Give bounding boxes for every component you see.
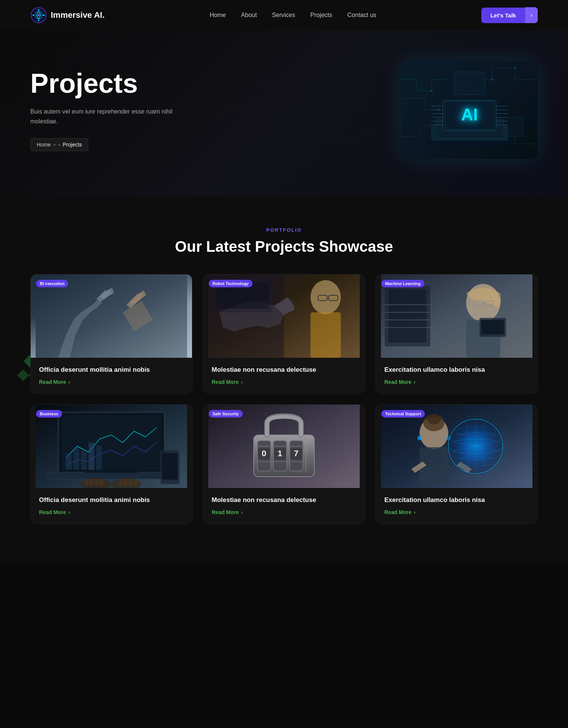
card-tag-4: Business bbox=[36, 410, 62, 418]
project-card-1: BI execution Officia deserunt mollitia a… bbox=[30, 274, 192, 394]
project-card-3: Machine Learning Exercitation ullamco la… bbox=[376, 274, 538, 394]
svg-rect-90 bbox=[134, 480, 137, 486]
read-more-arrow-6: › bbox=[414, 509, 416, 515]
nav-cta: Let's Talk › bbox=[481, 7, 538, 23]
svg-rect-74 bbox=[66, 454, 72, 470]
svg-rect-50 bbox=[311, 312, 341, 358]
svg-text:AI: AI bbox=[461, 105, 478, 124]
read-more-button-1[interactable]: Read More › bbox=[39, 379, 70, 385]
card-tag-1: BI execution bbox=[36, 280, 68, 287]
logo-icon bbox=[30, 7, 47, 23]
svg-point-117 bbox=[417, 436, 422, 440]
svg-rect-86 bbox=[100, 480, 103, 486]
hero-description: Buis autem vel eum iure reprehender esse… bbox=[30, 107, 174, 126]
read-more-arrow-2: › bbox=[241, 379, 243, 385]
portfolio-title: Our Latest Projects Showcase bbox=[30, 238, 538, 255]
nav-item-home[interactable]: Home bbox=[210, 12, 226, 19]
svg-point-6 bbox=[43, 14, 45, 16]
nav-item-services[interactable]: Services bbox=[272, 12, 295, 19]
hero-content: Projects Buis autem vel eum iure reprehe… bbox=[30, 69, 284, 151]
read-more-arrow-4: › bbox=[69, 509, 70, 515]
svg-point-3 bbox=[38, 9, 39, 11]
ai-chip-visual: AI bbox=[417, 72, 523, 148]
svg-rect-70 bbox=[481, 320, 504, 334]
lets-talk-arrow-button[interactable]: › bbox=[525, 7, 538, 23]
projects-grid: BI execution Officia deserunt mollitia a… bbox=[30, 274, 538, 524]
svg-text:0: 0 bbox=[262, 449, 266, 458]
card-title-5: Molestiae non recusana delectuse bbox=[212, 496, 356, 505]
svg-point-5 bbox=[33, 14, 34, 16]
card-image-5: 0 1 7 bbox=[203, 405, 365, 488]
read-more-button-6[interactable]: Read More › bbox=[384, 509, 415, 515]
breadcrumb-separator: » bbox=[53, 142, 56, 147]
svg-line-11 bbox=[4, 53, 19, 68]
svg-line-9 bbox=[8, 38, 30, 53]
breadcrumb-home[interactable]: Home bbox=[37, 142, 51, 148]
card-body-4: Officia deserunt mollitia animi nobis Re… bbox=[31, 488, 192, 524]
nav-links: Home About Services Projects Contact us bbox=[210, 12, 376, 19]
card-body-6: Exercitation ullamco laboris nisa Read M… bbox=[376, 488, 537, 524]
logo[interactable]: Immersive AI. bbox=[30, 7, 105, 23]
svg-point-2 bbox=[37, 14, 40, 16]
nav-item-about[interactable]: About bbox=[241, 12, 257, 19]
svg-point-116 bbox=[427, 414, 441, 424]
svg-rect-111 bbox=[307, 439, 308, 473]
read-more-button-2[interactable]: Read More › bbox=[212, 379, 243, 385]
card-tag-6: Technical Support bbox=[381, 410, 425, 418]
card-body-2: Molestiae non recusana delectuse Read Mo… bbox=[203, 358, 365, 393]
svg-rect-85 bbox=[95, 479, 98, 485]
card-tag-5: Safe Security bbox=[209, 410, 243, 418]
svg-point-16 bbox=[514, 67, 516, 69]
svg-rect-79 bbox=[47, 472, 176, 479]
read-more-arrow-3: › bbox=[414, 379, 416, 385]
svg-rect-87 bbox=[119, 480, 123, 486]
card-title-2: Molestiae non recusana delectuse bbox=[212, 365, 356, 374]
lets-talk-button[interactable]: Let's Talk bbox=[481, 8, 525, 23]
card-tag-2: Robot Technology bbox=[209, 280, 253, 287]
navbar: Immersive AI. Home About Services Projec… bbox=[0, 0, 568, 30]
project-card-6: Technical Support Exercitation ullamco l… bbox=[376, 404, 538, 524]
hero-image-box: AI bbox=[401, 61, 538, 159]
svg-rect-59 bbox=[389, 290, 426, 343]
card-body-3: Exercitation ullamco laboris nisa Read M… bbox=[376, 358, 537, 393]
portfolio-section: PORTFOLIO Our Latest Projects Showcase bbox=[0, 197, 568, 562]
svg-rect-77 bbox=[89, 443, 94, 470]
hero-section: Projects Buis autem vel eum iure reprehe… bbox=[0, 30, 568, 197]
card-title-4: Officia deserunt mollitia animi nobis bbox=[39, 496, 184, 505]
project-card-2: Robot Technology Molestiae non recusana … bbox=[203, 274, 365, 394]
read-more-button-5[interactable]: Read More › bbox=[212, 509, 243, 515]
svg-text:1: 1 bbox=[278, 449, 282, 458]
card-image-3: Machine Learning bbox=[376, 274, 537, 358]
hero-title: Projects bbox=[30, 69, 284, 98]
svg-rect-110 bbox=[305, 439, 306, 473]
read-more-button-4[interactable]: Read More › bbox=[39, 509, 70, 515]
card-body-5: Molestiae non recusana delectuse Read Mo… bbox=[203, 488, 365, 524]
card-image-1: BI execution bbox=[31, 274, 192, 358]
card-image-4: Business bbox=[31, 405, 192, 488]
breadcrumb-current: Projects bbox=[63, 142, 82, 148]
card-tag-3: Machine Learning bbox=[381, 280, 424, 287]
breadcrumb: Home » » Projects bbox=[30, 138, 88, 151]
svg-rect-89 bbox=[129, 479, 133, 485]
svg-rect-78 bbox=[96, 446, 102, 470]
project-card-5: 0 1 7 bbox=[203, 404, 365, 524]
svg-rect-83 bbox=[85, 480, 89, 486]
svg-line-10 bbox=[30, 38, 45, 49]
card-image-6: Technical Support bbox=[376, 405, 537, 488]
card-body-1: Officia deserunt mollitia animi nobis Re… bbox=[31, 358, 192, 393]
nav-item-projects[interactable]: Projects bbox=[311, 12, 332, 19]
project-card-4: Business Officia deserunt mollitia animi… bbox=[30, 404, 192, 524]
svg-rect-80 bbox=[85, 471, 138, 473]
logo-text: Immersive AI. bbox=[51, 10, 105, 20]
svg-rect-75 bbox=[73, 448, 79, 470]
read-more-arrow-1: › bbox=[69, 379, 70, 385]
breadcrumb-separator2: » bbox=[58, 142, 61, 147]
nav-item-contact[interactable]: Contact us bbox=[347, 12, 376, 19]
hero-image-wrap: AI bbox=[284, 61, 538, 159]
svg-rect-84 bbox=[90, 479, 94, 485]
card-title-3: Exercitation ullamco laboris nisa bbox=[384, 365, 529, 374]
read-more-button-3[interactable]: Read More › bbox=[384, 379, 415, 385]
portfolio-tag: PORTFOLIO bbox=[30, 227, 538, 233]
card-title-6: Exercitation ullamco laboris nisa bbox=[384, 496, 529, 505]
read-more-arrow-5: › bbox=[241, 509, 243, 515]
